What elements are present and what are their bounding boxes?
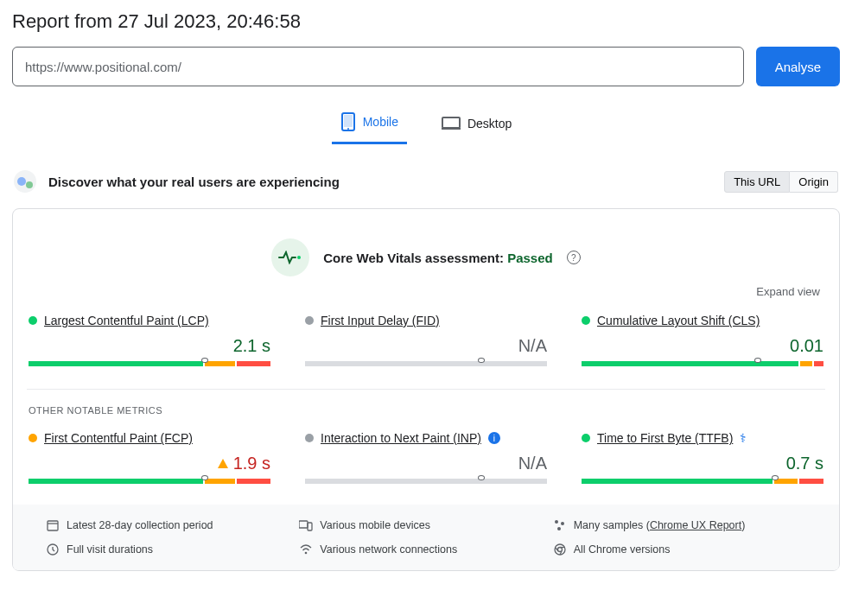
metric-head: Cumulative Layout Shift (CLS) (582, 314, 823, 327)
other-metrics-heading: OTHER NOTABLE METRICS (27, 400, 825, 431)
metric-name-link[interactable]: Time to First Byte (TTFB) (597, 431, 733, 445)
svg-rect-8 (299, 521, 308, 528)
experimental-icon: ⚕ (740, 431, 747, 445)
mobile-icon (340, 112, 356, 131)
metric-value-text: N/A (518, 454, 547, 473)
svg-point-5 (297, 256, 301, 259)
discover-row: Discover what your real users are experi… (12, 170, 840, 193)
other-metrics-grid: First Contentful Paint (FCP)1.9 sInterac… (27, 431, 825, 486)
metric-name-link[interactable]: First Contentful Paint (FCP) (44, 431, 193, 445)
help-icon[interactable]: ? (567, 251, 581, 264)
assessment-card: Core Web Vitals assessment: Passed ? Exp… (12, 208, 840, 571)
status-dot (29, 316, 37, 325)
crux-icon (14, 170, 36, 193)
metric-value: 2.1 s (29, 336, 270, 356)
status-dot (305, 316, 314, 325)
threshold-marker (201, 475, 208, 480)
footer-network: Various network connections (299, 543, 552, 556)
metric-core-1: First Input Delay (FID)N/A (305, 314, 547, 366)
svg-rect-1 (344, 115, 353, 127)
core-metrics-grid: Largest Contentful Paint (LCP)2.1 sFirst… (27, 314, 825, 368)
warning-icon (218, 459, 228, 468)
distribution-bar (29, 479, 270, 484)
scope-this-url[interactable]: This URL (724, 171, 790, 193)
footer-devices-text: Various mobile devices (320, 519, 430, 531)
metric-head: Time to First Byte (TTFB)⚕ (582, 431, 823, 445)
metric-value-text: 0.01 (790, 336, 823, 356)
svg-rect-4 (442, 128, 461, 130)
metric-value-text: 2.1 s (233, 336, 270, 356)
status-dot (582, 316, 590, 325)
info-icon[interactable]: i (488, 432, 500, 444)
crux-report-link[interactable]: Chrome UX Report (650, 519, 741, 531)
footer-samples: Many samples (Chrome UX Report) (553, 518, 806, 532)
svg-point-10 (555, 520, 558, 524)
url-row: Analyse (12, 47, 840, 86)
metric-other-0: First Contentful Paint (FCP)1.9 s (29, 431, 270, 484)
metric-other-2: Time to First Byte (TTFB)⚕0.7 s (582, 431, 823, 484)
metric-other-1: Interaction to Next Paint (INP)iN/A (305, 431, 547, 484)
svg-rect-3 (442, 117, 460, 128)
assessment-prefix: Core Web Vitals assessment: (323, 251, 507, 265)
metric-head: First Contentful Paint (FCP) (29, 431, 270, 445)
svg-rect-9 (308, 523, 312, 530)
analyse-button[interactable]: Analyse (756, 47, 840, 86)
metric-core-2: Cumulative Layout Shift (CLS)0.01 (582, 314, 823, 366)
metric-value-text: 0.7 s (786, 454, 823, 473)
svg-point-11 (561, 522, 564, 525)
scope-origin[interactable]: Origin (790, 171, 838, 193)
tab-desktop-label: Desktop (467, 117, 512, 130)
threshold-marker (478, 358, 485, 363)
distribution-bar (582, 479, 823, 484)
metric-head: Largest Contentful Paint (LCP) (29, 314, 270, 327)
footer-devices: Various mobile devices (299, 518, 552, 532)
metric-value: N/A (305, 336, 547, 356)
clock-icon (46, 543, 60, 556)
metric-head: Interaction to Next Paint (INP)i (305, 431, 547, 445)
scatter-icon (553, 518, 567, 532)
distribution-bar (305, 361, 547, 366)
metric-value: 0.01 (582, 336, 823, 356)
metric-name-link[interactable]: Cumulative Layout Shift (CLS) (597, 314, 760, 327)
pulse-icon (271, 238, 309, 276)
status-dot (305, 434, 314, 442)
footer-chrome: All Chrome versions (553, 543, 806, 556)
chrome-icon (553, 543, 567, 556)
url-input[interactable] (12, 47, 744, 86)
metric-name-link[interactable]: Largest Contentful Paint (LCP) (44, 314, 209, 327)
wifi-icon (299, 543, 313, 556)
devices-icon (299, 518, 313, 532)
page-title: Report from 27 Jul 2023, 20:46:58 (12, 10, 840, 33)
footer-collection-period: Latest 28-day collection period (46, 518, 299, 532)
distribution-bar (29, 361, 270, 366)
svg-point-12 (557, 527, 561, 530)
metric-name-link[interactable]: Interaction to Next Paint (INP) (321, 431, 481, 445)
footer-samples-text: Many samples (Chrome UX Report) (574, 519, 746, 531)
footer-visit-text: Full visit durations (67, 543, 153, 556)
calendar-icon (46, 518, 60, 532)
metric-core-0: Largest Contentful Paint (LCP)2.1 s (29, 314, 270, 366)
tab-desktop[interactable]: Desktop (433, 107, 520, 144)
threshold-marker (201, 358, 208, 363)
footer-chrome-text: All Chrome versions (574, 543, 671, 556)
metric-name-link[interactable]: First Input Delay (FID) (321, 314, 440, 327)
divider (27, 389, 825, 390)
data-footer: Latest 28-day collection period Various … (13, 505, 839, 570)
desktop-icon (442, 116, 461, 131)
footer-period-text: Latest 28-day collection period (67, 519, 213, 531)
threshold-marker (754, 358, 761, 363)
footer-visit: Full visit durations (46, 543, 299, 556)
svg-point-14 (305, 552, 308, 555)
discover-text: Discover what your real users are experi… (48, 175, 340, 189)
status-dot (582, 434, 590, 442)
expand-view[interactable]: Expand view (27, 283, 825, 314)
assessment-row: Core Web Vitals assessment: Passed ? (27, 225, 825, 283)
metric-value-text: 1.9 s (233, 454, 270, 473)
metric-value: 0.7 s (582, 454, 823, 473)
tab-mobile[interactable]: Mobile (332, 107, 407, 144)
footer-network-text: Various network connections (320, 543, 457, 556)
metric-value: 1.9 s (29, 454, 270, 473)
svg-point-2 (347, 128, 349, 130)
device-tabs: Mobile Desktop (12, 107, 840, 144)
threshold-marker (478, 475, 485, 480)
